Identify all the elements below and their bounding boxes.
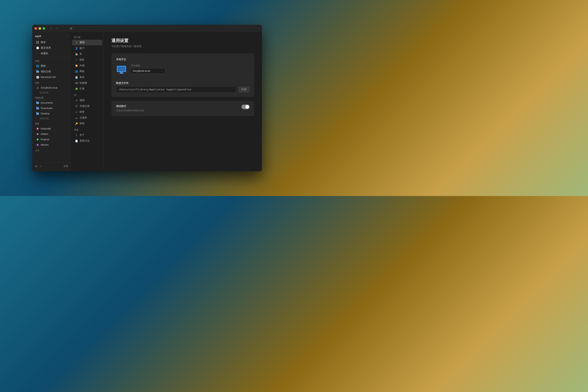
feedback-button[interactable]: 反馈 <box>64 164 68 168</box>
minimize-button[interactable] <box>39 27 41 30</box>
mid-section-label-lib: 库 <box>71 92 104 98</box>
forward-button[interactable]: → <box>55 26 60 30</box>
sidebar-item-documents[interactable]: Documents <box>34 100 70 105</box>
mid-item-backup[interactable]: 💾 备份 <box>72 74 102 80</box>
debug-mode-desc: 启用本应用额外的调试功能。 <box>116 109 146 112</box>
appearance-icon: 🎨 <box>75 64 78 67</box>
mid-item-label-backup: 备份 <box>80 76 85 79</box>
mid-item-network[interactable]: 🌐 网络 <box>72 69 102 74</box>
monitor-stand <box>120 72 123 73</box>
grid-icon <box>36 41 39 44</box>
mid-item-tags[interactable]: 🏷 标签 <box>72 109 102 115</box>
page-title: 通用设置 <box>111 38 254 44</box>
add-device-link[interactable]: 添加设备 <box>32 90 71 95</box>
open-folder-button[interactable]: 打开 <box>238 86 250 92</box>
settings-icon[interactable]: ⚙ <box>35 165 38 168</box>
gear-lib-icon: ⚙ <box>75 99 78 102</box>
divider-1 <box>35 57 68 57</box>
sidebar-item-overview[interactable]: 概览 <box>34 40 70 45</box>
mid-item-label-lib-general: 通用 <box>80 99 85 102</box>
sidebar-item-memes[interactable]: Memes <box>34 142 70 148</box>
check-icon[interactable]: ✓ <box>39 165 42 168</box>
keyboard-icon: ⌨ <box>75 82 78 84</box>
mid-item-shortcuts[interactable]: ⌨ 快捷键 <box>72 80 102 86</box>
heart-icon: ♡ <box>36 52 39 55</box>
section-label-storage: 存储位置 <box>32 95 71 100</box>
device-icon: 🖥 <box>36 86 39 89</box>
drive-icon: 💽 <box>36 76 39 79</box>
maximize-button[interactable] <box>43 27 45 30</box>
close-button[interactable] <box>35 27 37 30</box>
mid-item-label-extensions: 扩展 <box>80 87 85 90</box>
local-node-card: 本地节点 节点名称 <box>111 54 254 97</box>
sidebar-item-mydocs[interactable]: 我的文档 <box>34 69 70 74</box>
tag-mid-icon: 🏷 <box>75 110 78 114</box>
sidebar-item-label-overview: 概览 <box>41 41 46 44</box>
mid-item-changelog[interactable]: 📄 更新日志 <box>72 138 102 144</box>
sidebar-item-downloads[interactable]: Downloads <box>34 106 70 111</box>
add-location-link[interactable]: 添加位置 <box>32 116 71 121</box>
section-label-tools: 工具 <box>32 148 71 153</box>
mid-item-keys[interactable]: 🔑 密钥 <box>72 121 102 126</box>
data-folder-divider: 数据文件夹 /Users/vzjxif/Library/Application … <box>116 78 250 92</box>
mid-item-account[interactable]: 👤 账户 <box>72 46 102 51</box>
debug-row: 调试模式 启用本应用额外的调试功能。 <box>116 104 250 112</box>
profile-name: vzjxif <box>35 35 41 38</box>
mid-item-label-library: 库 <box>80 52 82 56</box>
svg-rect-3 <box>38 42 39 44</box>
sidebar-item-label-projects: Projects <box>41 138 50 141</box>
node-name-input[interactable] <box>131 68 165 74</box>
tag-memes-icon <box>36 143 39 146</box>
mid-item-label-network: 网络 <box>80 70 85 73</box>
debug-card: 调试模式 启用本应用额外的调试功能。 <box>111 101 254 116</box>
sidebar-item-projects[interactable]: Projects <box>34 137 70 142</box>
cloud-icon: ☁ <box>75 116 78 119</box>
toggle-track[interactable] <box>242 104 250 109</box>
sidebar-item-keepsafe[interactable]: Keepsafe <box>34 126 70 131</box>
toggle-thumb <box>245 105 249 109</box>
sidebar-item-network[interactable]: 🌐 网络 <box>34 64 70 69</box>
sidebar-toggle-button[interactable]: ⊞ <box>70 26 72 30</box>
mid-section-label-client: 客户端 <box>71 34 104 40</box>
debug-toggle[interactable] <box>242 104 250 109</box>
sidebar-item-hd[interactable]: 💽 Macintosh HD <box>34 75 70 80</box>
mid-item-label-appearance: 外观 <box>80 64 85 67</box>
mid-item-lib-general[interactable]: ⚙ 通用 <box>72 98 102 103</box>
info-icon: ℹ <box>75 134 78 136</box>
mid-item-about[interactable]: ℹ 关于 <box>72 132 102 138</box>
folder-documents-icon <box>36 101 39 104</box>
mid-item-cloud[interactable]: ☁ 云服务 <box>72 115 102 120</box>
sidebar-item-desktop[interactable]: Desktop <box>34 111 70 116</box>
backup-icon: 💾 <box>75 76 78 79</box>
mid-item-label-tags: 标签 <box>80 110 85 114</box>
mid-item-appearance[interactable]: 🎨 外观 <box>72 63 102 68</box>
sidebar-item-label-favorites: 收藏夹 <box>41 52 48 55</box>
sidebar-item-label-documents: Documents <box>41 102 53 104</box>
mid-item-privacy[interactable]: 🛡 隐私 <box>72 57 102 63</box>
data-folder-label: 数据文件夹 <box>116 82 250 85</box>
folder-mydocs-icon <box>36 70 39 73</box>
sidebar-profile[interactable]: vzjxif ⌄ <box>32 34 71 40</box>
window-body: vzjxif ⌄ 概览 🕐 最近使用 ♡ 收藏夹 本地 <box>32 32 262 171</box>
monitor-icon <box>117 66 126 74</box>
sidebar-item-label-sonybook: SonyBook.local <box>41 86 57 89</box>
tag-hidden-icon <box>36 132 39 136</box>
sidebar-item-hidden[interactable]: Hidden <box>34 132 70 136</box>
sidebar-item-favorites[interactable]: ♡ 收藏夹 <box>34 51 70 56</box>
mid-item-storage[interactable]: 🗄 存储位置 <box>72 104 102 109</box>
network-icon: 🌐 <box>36 65 39 68</box>
back-button[interactable]: ← <box>49 26 54 30</box>
mid-item-general[interactable]: ⚙ 通用 <box>72 40 102 45</box>
mid-item-extensions[interactable]: 🧩 扩展 <box>72 86 102 92</box>
mid-item-library[interactable]: 📚 库 <box>72 51 102 57</box>
sidebar-item-recents[interactable]: 🕐 最近使用 <box>34 45 70 50</box>
library-icon: 📚 <box>75 53 78 56</box>
sidebar-item-label-hd: Macintosh HD <box>41 76 56 78</box>
data-folder-section: 数据文件夹 /Users/vzjxif/Library/Application … <box>116 78 250 92</box>
monitor-body <box>117 66 126 72</box>
storage-icon: 🗄 <box>75 105 78 108</box>
folder-downloads-icon <box>36 107 39 110</box>
sidebar-item-sonybook[interactable]: 🖥 SonyBook.local <box>34 85 70 90</box>
monitor-screen <box>118 66 125 71</box>
sidebar-item-label-desktop: Desktop <box>41 112 50 115</box>
